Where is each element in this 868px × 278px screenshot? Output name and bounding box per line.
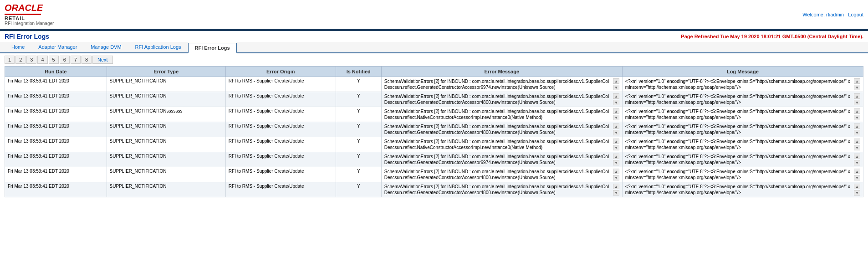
cell-errororigin: RFI to RMS - Supplier Create/Update bbox=[225, 122, 336, 137]
col-header-logmsg: Log Message bbox=[622, 67, 863, 77]
tab-manage-dvm[interactable]: Manage DVM bbox=[84, 42, 128, 52]
table-header-row: Run Date Error Type Error Origin Is Noti… bbox=[5, 67, 863, 77]
scroll-down-icon[interactable]: ▼ bbox=[613, 190, 619, 196]
page-btn-7[interactable]: 7 bbox=[71, 56, 81, 64]
page-title: RFI Error Logs bbox=[5, 33, 49, 40]
scroll-down-icon[interactable]: ▼ bbox=[854, 130, 860, 135]
col-header-rundate: Run Date bbox=[5, 67, 107, 77]
cell-rundate: Fri Mar 13 03:59:41 EDT 2020 bbox=[5, 77, 107, 92]
tab-adapter-manager[interactable]: Adapter Manager bbox=[31, 42, 84, 52]
cell-rundate: Fri Mar 13 03:59:41 EDT 2020 bbox=[5, 152, 107, 167]
cell-rundate: Fri Mar 13 03:59:41 EDT 2020 bbox=[5, 137, 107, 152]
page-btn-5[interactable]: 5 bbox=[49, 56, 59, 64]
scroll-up-icon[interactable]: ▲ bbox=[854, 93, 860, 99]
scroll-down-icon[interactable]: ▼ bbox=[613, 85, 619, 90]
scroll-down-icon[interactable]: ▼ bbox=[613, 145, 619, 150]
pagination: 1 2 3 4 5 6 7 8 Next bbox=[0, 53, 868, 66]
col-header-isnotified: Is Notified bbox=[336, 67, 381, 77]
cell-logmessage: <?xml version="1.0" encoding="UTF-8"?><S… bbox=[622, 92, 863, 107]
tab-home[interactable]: Home bbox=[5, 42, 31, 52]
scroll-up-icon[interactable]: ▲ bbox=[854, 139, 860, 144]
cell-errororigin: RFI to RMS - Supplier Create/Update bbox=[225, 107, 336, 122]
cell-errororigin: RFI to RMS - Supplier Create/Update bbox=[225, 77, 336, 92]
scroll-up-icon[interactable]: ▲ bbox=[613, 108, 619, 114]
cell-errortype: SUPPLIER_NOTIFICATION bbox=[107, 182, 225, 197]
cell-logmessage: <?xml version="1.0" encoding="UTF-8"?><S… bbox=[622, 182, 863, 197]
page-btn-1[interactable]: 1 bbox=[5, 56, 15, 64]
cell-errortype: SUPPLIER_NOTIFICATION bbox=[107, 137, 225, 152]
scroll-up-icon[interactable]: ▲ bbox=[854, 124, 860, 129]
scroll-down-icon[interactable]: ▼ bbox=[613, 115, 619, 120]
scroll-up-icon[interactable]: ▲ bbox=[613, 154, 619, 159]
scroll-down-icon[interactable]: ▼ bbox=[613, 100, 619, 105]
cell-logmessage: <?xml version="1.0" encoding="UTF-8"?><S… bbox=[622, 77, 863, 92]
cell-rundate: Fri Mar 13 03:59:41 EDT 2020 bbox=[5, 182, 107, 197]
cell-errormessage: SchemaValidationErrors [2] for INBOUND :… bbox=[381, 92, 622, 107]
retail-text: RETAIL bbox=[5, 15, 25, 21]
cell-errormessage: SchemaValidationErrors [2] for INBOUND :… bbox=[381, 167, 622, 182]
scroll-up-icon[interactable]: ▲ bbox=[854, 108, 860, 114]
page-btn-2[interactable]: 2 bbox=[15, 56, 26, 64]
welcome-link[interactable]: Welcome, rfiadmin bbox=[802, 12, 844, 17]
next-button[interactable]: Next bbox=[92, 56, 113, 64]
scroll-up-icon[interactable]: ▲ bbox=[854, 169, 860, 174]
page-btn-8[interactable]: 8 bbox=[82, 56, 92, 64]
cell-errormessage: SchemaValidationErrors [2] for INBOUND :… bbox=[381, 137, 622, 152]
scroll-down-icon[interactable]: ▼ bbox=[613, 130, 619, 135]
cell-errormessage: SchemaValidationErrors [2] for INBOUND :… bbox=[381, 122, 622, 137]
table-row: Fri Mar 13 03:59:41 EDT 2020SUPPLIER_NOT… bbox=[5, 107, 863, 122]
scroll-up-icon[interactable]: ▲ bbox=[613, 139, 619, 144]
scroll-up-icon[interactable]: ▲ bbox=[613, 78, 619, 84]
scroll-down-icon[interactable]: ▼ bbox=[854, 160, 860, 165]
scroll-down-icon[interactable]: ▼ bbox=[854, 190, 860, 196]
page-btn-3[interactable]: 3 bbox=[26, 56, 36, 64]
cell-isnotified: Y bbox=[336, 137, 381, 152]
scroll-up-icon[interactable]: ▲ bbox=[854, 154, 860, 159]
table-row: Fri Mar 13 03:59:41 EDT 2020SUPPLIER_NOT… bbox=[5, 122, 863, 137]
cell-errormessage: SchemaValidationErrors [2] for INBOUND :… bbox=[381, 107, 622, 122]
page-btn-4[interactable]: 4 bbox=[37, 56, 47, 64]
cell-errormessage: SchemaValidationErrors [2] for INBOUND :… bbox=[381, 152, 622, 167]
cell-errormessage: SchemaValidationErrors [2] for INBOUND :… bbox=[381, 182, 622, 197]
scroll-up-icon[interactable]: ▲ bbox=[854, 184, 860, 189]
tab-rfi-error-logs[interactable]: RFI Error Logs bbox=[188, 43, 237, 53]
table-wrapper: Run Date Error Type Error Origin Is Noti… bbox=[0, 66, 868, 197]
cell-errortype: SUPPLIER_NOTIFICATION bbox=[107, 77, 225, 92]
top-right-links: Welcome, rfiadmin Logout bbox=[802, 12, 863, 17]
table-row: Fri Mar 13 03:59:41 EDT 2020SUPPLIER_NOT… bbox=[5, 137, 863, 152]
col-header-errormsg: Error Message bbox=[381, 67, 622, 77]
cell-logmessage: <?xml version="1.0" encoding="UTF-8"?><S… bbox=[622, 152, 863, 167]
scroll-down-icon[interactable]: ▼ bbox=[854, 145, 860, 150]
scroll-down-icon[interactable]: ▼ bbox=[854, 175, 860, 180]
oracle-logo: ORACLE RETAIL RFI Integration Manager bbox=[5, 3, 54, 26]
scroll-down-icon[interactable]: ▼ bbox=[854, 100, 860, 105]
page-btn-6[interactable]: 6 bbox=[60, 56, 70, 64]
logout-link[interactable]: Logout bbox=[848, 12, 863, 17]
scroll-up-icon[interactable]: ▲ bbox=[613, 184, 619, 189]
cell-isnotified: Y bbox=[336, 92, 381, 107]
table-row: Fri Mar 13 03:59:41 EDT 2020SUPPLIER_NOT… bbox=[5, 92, 863, 107]
cell-isnotified: Y bbox=[336, 152, 381, 167]
scroll-down-icon[interactable]: ▼ bbox=[613, 175, 619, 180]
cell-errortype: SUPPLIER_NOTIFICATION bbox=[107, 122, 225, 137]
scroll-up-icon[interactable]: ▲ bbox=[613, 124, 619, 129]
scroll-down-icon[interactable]: ▼ bbox=[854, 115, 860, 120]
cell-errororigin: RFI to RMS - Supplier Create/Update bbox=[225, 182, 336, 197]
rfi-integration-text: RFI Integration Manager bbox=[5, 21, 54, 26]
oracle-bar bbox=[5, 14, 41, 15]
scroll-up-icon[interactable]: ▲ bbox=[613, 93, 619, 99]
cell-errortype: SUPPLIER_NOTIFICATION bbox=[107, 152, 225, 167]
tab-rfi-application-logs[interactable]: RFI Application Logs bbox=[128, 42, 188, 52]
cell-isnotified: Y bbox=[336, 107, 381, 122]
scroll-up-icon[interactable]: ▲ bbox=[854, 78, 860, 84]
col-header-errororigin: Error Origin bbox=[225, 67, 336, 77]
scroll-down-icon[interactable]: ▼ bbox=[854, 85, 860, 90]
page-title-bar: RFI Error Logs Page Refreshed Tue May 19… bbox=[0, 31, 868, 42]
scroll-up-icon[interactable]: ▲ bbox=[613, 169, 619, 174]
cell-rundate: Fri Mar 13 03:59:41 EDT 2020 bbox=[5, 167, 107, 182]
page-refreshed-time: Tue May 19 2020 18:01:21 GMT-0500 (Centr… bbox=[720, 34, 863, 39]
cell-errortype: SUPPLIER_NOTIFICATION bbox=[107, 92, 225, 107]
cell-errortype: SUPPLIER_NOTIFICATION bbox=[107, 167, 225, 182]
scroll-down-icon[interactable]: ▼ bbox=[613, 160, 619, 165]
oracle-text: ORACLE bbox=[5, 3, 43, 13]
